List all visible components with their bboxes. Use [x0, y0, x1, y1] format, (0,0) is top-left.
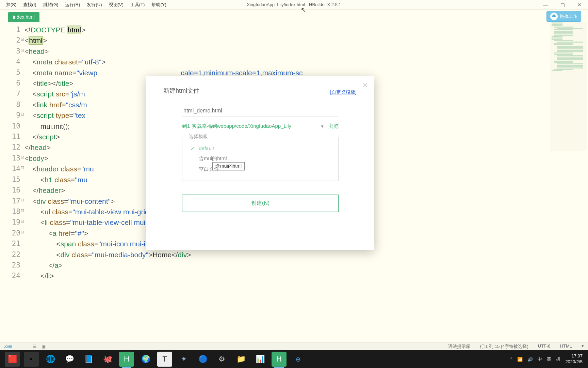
menu-run[interactable]: 运行(R) [62, 1, 83, 9]
menu-publish[interactable]: 发行(U) [83, 1, 105, 9]
app-icon-2[interactable]: ✦ [176, 352, 191, 367]
ime-lang2[interactable]: 英 [547, 356, 551, 362]
template-label: 选择模板 [187, 134, 210, 140]
explorer-icon[interactable]: 📁 [233, 352, 248, 367]
statusbar: .com ☰ ▣ 语法提示库 行:1 列:15 (4字符被选择) UTF-8 H… [0, 342, 588, 350]
menu-find[interactable]: 查找(I) [20, 1, 39, 9]
tray-network-icon[interactable]: 📶 [517, 357, 523, 362]
menu-select[interactable]: 择(S) [3, 1, 20, 9]
taskbar: 🟥 ▪ 🌐 💬 📘 🐙 H 🌍 T ✦ 🔵 ⚙ 📁 📊 H e ˄ 📶 🔊 中 … [0, 350, 588, 368]
browse-link[interactable]: 浏览 [328, 123, 339, 129]
syntax-hint[interactable]: 语法提示库 [448, 343, 470, 350]
intellij-icon[interactable]: 🟥 [5, 352, 20, 367]
list-icon[interactable]: ☰ [33, 344, 37, 349]
terminal-icon[interactable]: ▣ [42, 344, 46, 349]
template-name: 空白文件 [199, 166, 219, 172]
language-mode[interactable]: HTML [560, 343, 572, 350]
template-name: 含mui的html [199, 155, 227, 162]
new-html-dialog: ✕ 新建html文件 [自定义模板] 到1 实战幸福到webapp/code/X… [146, 76, 374, 250]
close-button[interactable]: ✕ [571, 0, 588, 10]
window-title: XingfudaoApp_Lily/index.html - HBuilder … [247, 2, 341, 7]
line-gutter: 12-3-456789-10111213-14-151617-18-19-20-… [0, 22, 24, 345]
edge-icon[interactable]: 🌍 [138, 352, 153, 367]
menu-goto[interactable]: 跳转(G) [40, 1, 62, 9]
upload-button[interactable]: 拖拽上传 [546, 11, 581, 22]
template-name: default [199, 145, 214, 151]
wechat-icon[interactable]: 💬 [62, 352, 77, 367]
dropdown-icon[interactable]: ▾ [582, 343, 584, 350]
ime-lang1[interactable]: 中 [538, 356, 542, 362]
app-icon-3[interactable]: 🔵 [195, 352, 210, 367]
chrome-icon[interactable]: 🌐 [43, 352, 58, 367]
github-icon[interactable]: 🐙 [100, 352, 115, 367]
menu-view[interactable]: 视图(V) [105, 1, 127, 9]
minimize-button[interactable]: — [537, 0, 554, 10]
minimap[interactable] [550, 22, 587, 151]
app-icon-1[interactable]: 📘 [81, 352, 96, 367]
tabbar: index.html 拖拽上传 [0, 10, 588, 22]
upload-label: 拖拽上传 [560, 13, 577, 19]
template-default[interactable]: ✓ default [191, 143, 330, 153]
powerpoint-icon[interactable]: 📊 [252, 352, 267, 367]
tray-volume-icon[interactable]: 🔊 [527, 357, 533, 362]
template-mui[interactable]: 含mui的html 含mui的html [191, 153, 330, 164]
path-dropdown-icon[interactable]: ▼ [320, 124, 324, 129]
check-icon: ✓ [191, 146, 199, 151]
menu-tools[interactable]: 工具(T) [127, 1, 148, 9]
status-domain: .com [4, 344, 12, 349]
template-blank[interactable]: 空白文件 [191, 164, 330, 174]
hbuilder-icon[interactable]: H [119, 352, 134, 367]
cloud-icon [550, 13, 558, 20]
menu-help[interactable]: 帮助(Y) [148, 1, 169, 9]
custom-template-link[interactable]: [自定义模板] [330, 89, 357, 95]
menubar: 择(S) 查找(I) 跳转(G) 运行(R) 发行(U) 视图(V) 工具(T)… [0, 0, 588, 10]
cursor-position: 行:1 列:15 (4字符被选择) [480, 343, 528, 350]
terminal-icon[interactable]: ▪ [24, 352, 39, 367]
filename-input[interactable] [182, 105, 339, 117]
clock[interactable]: 17:07 2020/2/5 [565, 353, 583, 365]
maximize-button[interactable]: ▢ [554, 0, 571, 10]
system-tray: ˄ 📶 🔊 中 英 拼 17:07 2020/2/5 [510, 353, 585, 365]
template-list: ✓ default 含mui的html 含mui的html 空白文件 [182, 137, 339, 181]
encoding[interactable]: UTF-8 [538, 343, 551, 350]
dialog-title: 新建html文件 [163, 87, 357, 95]
obs-icon[interactable]: ⚙ [214, 352, 229, 367]
path-text: 到1 实战幸福到webapp/code/XingfudaoApp_Lily [182, 123, 316, 129]
typora-icon[interactable]: T [157, 352, 172, 367]
dialog-close-icon[interactable]: ✕ [362, 81, 368, 89]
hbuilder2-icon[interactable]: H [272, 352, 287, 367]
create-button[interactable]: 创建(N) [182, 195, 339, 212]
tab-index-html[interactable]: index.html [8, 12, 39, 22]
ime-lang3[interactable]: 拼 [556, 356, 560, 362]
ie-icon[interactable]: e [291, 352, 306, 367]
tray-chevron-icon[interactable]: ˄ [510, 357, 512, 362]
